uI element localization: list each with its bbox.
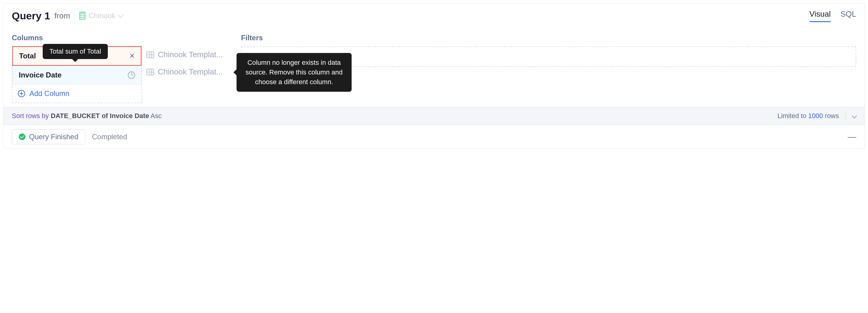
column-label: Invoice Date [19,71,61,79]
sort-bar: Sort rows by DATE_BUCKET of Invoice Date… [3,107,865,125]
template-ref[interactable]: Chinook Templat... [146,67,223,76]
tooltip-column-summary: Total sum of Total [43,44,108,59]
filters-header: Filters [241,34,856,42]
from-label: from [55,11,70,21]
query-panel: Query 1 from Chinook Visual SQL Total su… [3,3,865,149]
chevron-down-icon [118,12,124,18]
add-column-button[interactable]: Add Column [12,85,142,103]
template-stack: Chinook Templat... Chinook Templat... [146,46,223,103]
query-title[interactable]: Query 1 [12,10,50,22]
clock-icon [128,71,135,79]
plus-icon [18,90,25,97]
table-icon [146,52,154,58]
sort-prefix: Sort rows by [12,112,51,120]
limit-suffix: rows [823,112,839,120]
tab-sql[interactable]: SQL [840,9,856,22]
spreadsheet-icon [79,11,86,20]
columns-header: Columns [12,34,223,42]
sort-field: DATE_BUCKET of Invoice Date [51,112,149,120]
column-item-invoice-date[interactable]: Invoice Date [12,66,142,85]
add-column-label: Add Column [29,89,69,98]
tab-visual[interactable]: Visual [810,9,831,22]
builder-body: Total sum of Total Column no longer exis… [3,25,865,107]
status-bar: Query Finished Completed — [3,125,865,149]
view-tabs: Visual SQL [810,9,856,22]
limit-prefix: Limited to [777,112,808,120]
status-chip-label: Query Finished [29,133,79,141]
template-ref[interactable]: Chinook Templat... [146,50,223,59]
divider [845,112,846,121]
tooltip-error: Column no longer exists in data source. … [237,53,352,92]
title-group: Query 1 from Chinook [12,9,127,23]
query-status-chip[interactable]: Query Finished [12,129,85,145]
expand-limit-icon[interactable] [852,114,857,119]
source-name: Chinook [89,11,115,20]
check-icon [19,133,26,140]
sort-direction: Asc [149,112,162,120]
header-row: Query 1 from Chinook Visual SQL [3,3,865,25]
template-label: Chinook Templat... [158,67,223,76]
data-source-selector[interactable]: Chinook [74,9,127,23]
column-label: Total [19,52,36,60]
limit-group: Limited to 1000 rows [777,112,856,121]
table-icon [146,69,154,75]
status-left: Query Finished Completed [12,129,127,145]
sort-description[interactable]: Sort rows by DATE_BUCKET of Invoice Date… [12,112,162,120]
status-text: Completed [92,133,127,141]
minimize-button[interactable]: — [848,135,856,139]
template-label: Chinook Templat... [158,50,223,59]
remove-column-icon[interactable]: ✕ [129,52,135,60]
limit-value: 1000 [808,112,823,120]
limit-text[interactable]: Limited to 1000 rows [777,112,839,120]
